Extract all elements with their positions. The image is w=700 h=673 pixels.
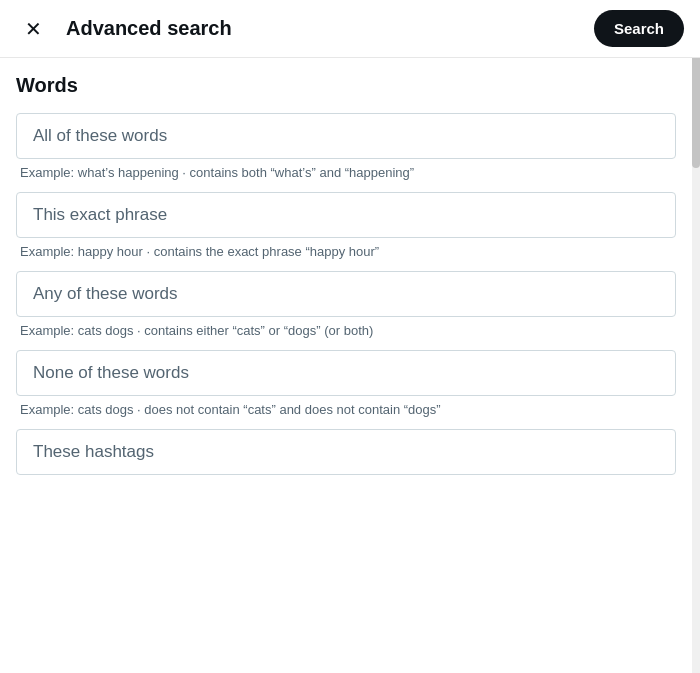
hashtags-input-container[interactable] [16,429,676,475]
none-words-input-container[interactable] [16,350,676,396]
page-title: Advanced search [66,17,232,40]
page-wrapper: ✕ Advanced search Search Words Example: … [0,0,700,673]
exact-phrase-group: Example: happy hour · contains the exact… [16,192,676,259]
hashtags-group [16,429,676,475]
none-words-example: Example: cats dogs · does not contain “c… [16,402,676,417]
header: ✕ Advanced search Search [0,0,700,58]
header-left: ✕ Advanced search [16,12,232,46]
all-words-group: Example: what’s happening · contains bot… [16,113,676,180]
hashtags-input[interactable] [33,442,659,462]
any-words-input[interactable] [33,284,659,304]
any-words-input-container[interactable] [16,271,676,317]
search-button[interactable]: Search [594,10,684,47]
words-section-title: Words [16,74,676,97]
all-words-example: Example: what’s happening · contains bot… [16,165,676,180]
any-words-group: Example: cats dogs · contains either “ca… [16,271,676,338]
main-content: Words Example: what’s happening · contai… [0,58,700,483]
any-words-example: Example: cats dogs · contains either “ca… [16,323,676,338]
exact-phrase-example: Example: happy hour · contains the exact… [16,244,676,259]
close-icon: ✕ [25,17,42,41]
none-words-input[interactable] [33,363,659,383]
none-words-group: Example: cats dogs · does not contain “c… [16,350,676,417]
all-words-input-container[interactable] [16,113,676,159]
close-button[interactable]: ✕ [16,12,50,46]
all-words-input[interactable] [33,126,659,146]
scrollbar-track [692,0,700,673]
scrollbar-thumb[interactable] [692,48,700,168]
exact-phrase-input[interactable] [33,205,659,225]
exact-phrase-input-container[interactable] [16,192,676,238]
